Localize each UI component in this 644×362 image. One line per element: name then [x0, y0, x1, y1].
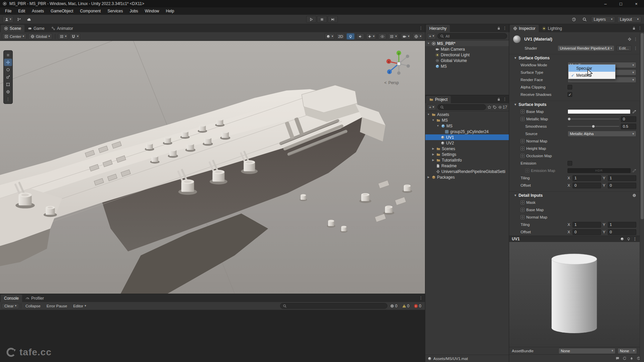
menu-gameobject[interactable]: GameObject — [48, 8, 76, 14]
close-button[interactable]: × — [629, 0, 644, 7]
label-tag-icon[interactable] — [493, 105, 497, 109]
lock-icon[interactable] — [497, 26, 501, 30]
layout-dropdown[interactable]: Layout▾ — [617, 16, 641, 23]
pause-button[interactable] — [317, 16, 327, 23]
move-tool-button[interactable] — [4, 59, 12, 66]
console-clear-dropdown[interactable]: Clear▾ — [2, 303, 19, 309]
project-menu-icon[interactable]: ⋮ — [503, 97, 507, 102]
audio-toggle[interactable] — [356, 33, 364, 40]
project-item-tutorialinfo[interactable]: ▶ TutorialInfo — [425, 157, 509, 163]
receive-shadows-checkbox[interactable]: ✓ — [568, 92, 572, 97]
scene-camera-settings-dropdown[interactable]: ▾ — [401, 33, 411, 40]
tiling-x-field[interactable]: 1 — [573, 175, 601, 181]
menu-assets[interactable]: Assets — [29, 8, 47, 14]
presets-icon[interactable] — [628, 37, 632, 41]
emission-checkbox[interactable] — [568, 161, 572, 166]
hierarchy-item-global-volume[interactable]: Global Volume — [425, 58, 509, 63]
hierarchy-item-main-camera[interactable]: Main Camera — [425, 46, 509, 52]
inspector-header-menu-icon[interactable]: ⋮ — [634, 37, 638, 42]
rotate-tool-button[interactable] — [4, 66, 12, 73]
project-item-assets[interactable]: ▼ Assets — [425, 112, 509, 117]
cloud-button[interactable] — [25, 16, 34, 23]
texture-slot-icon[interactable] — [521, 146, 525, 150]
version-control-button[interactable] — [15, 16, 23, 23]
texture-slot-icon[interactable] — [521, 110, 525, 114]
assetbundle-variant-dropdown[interactable]: None▾ — [618, 348, 637, 354]
project-item-uv1[interactable]: UV1 — [425, 134, 509, 140]
menu-jobs[interactable]: Jobs — [126, 8, 141, 14]
alpha-clipping-checkbox[interactable] — [568, 85, 572, 89]
menu-edit[interactable]: Edit — [15, 8, 28, 14]
grid-snap-dropdown[interactable]: ▾ — [58, 33, 68, 40]
texture-slot-icon[interactable] — [521, 139, 525, 143]
project-item-scenes[interactable]: ▶ Scenes — [425, 146, 509, 152]
console-search-input[interactable] — [280, 303, 387, 309]
tiling-y-field[interactable]: 1 — [608, 175, 636, 181]
texture-slot-icon[interactable] — [521, 200, 525, 204]
scene-panel-menu-icon[interactable]: ⋮ — [419, 26, 423, 31]
scale-tool-button[interactable] — [4, 73, 12, 81]
draw-mode-dropdown[interactable]: ▾ — [325, 33, 335, 40]
surface-inputs-header[interactable]: ▼ Surface Inputs — [509, 101, 640, 108]
play-button[interactable] — [306, 16, 316, 23]
rect-tool-button[interactable] — [4, 81, 12, 88]
scene-viewport[interactable]: ⋮ y x — [0, 41, 425, 294]
scene-lighting-toggle[interactable] — [346, 33, 355, 40]
project-item-uv2[interactable]: UV2 — [425, 140, 509, 146]
account-button[interactable]: ▾ — [3, 16, 13, 23]
menu-component[interactable]: Component — [77, 8, 104, 14]
console-error-count[interactable]: 0 — [412, 304, 423, 308]
console-collapse-toggle[interactable]: Collapse — [23, 303, 43, 309]
hierarchy-item-directional-light[interactable]: Directional Light — [425, 52, 509, 58]
palette-drag-handle[interactable] — [4, 51, 12, 59]
search-button[interactable] — [580, 16, 589, 23]
tab-profiler[interactable]: Profiler — [22, 295, 47, 302]
texture-slot-icon[interactable] — [521, 117, 525, 121]
lock-icon[interactable] — [497, 97, 501, 101]
maximize-button[interactable]: □ — [613, 0, 629, 7]
layers-dropdown[interactable]: Layers▾ — [591, 16, 615, 23]
project-item-readme[interactable]: Readme — [425, 163, 509, 169]
texture-slot-icon[interactable] — [521, 154, 525, 158]
tool-orientation-dropdown[interactable]: Global▾ — [28, 33, 52, 40]
hierarchy-create-button[interactable]: +▾ — [427, 33, 436, 39]
surface-options-header[interactable]: ▼ Surface Options — [509, 54, 640, 61]
minimize-button[interactable]: – — [598, 0, 613, 7]
smoothness-source-dropdown[interactable]: Metallic Alpha▾ — [568, 131, 636, 137]
console-error-pause-toggle[interactable]: Error Pause — [44, 303, 70, 309]
hierarchy-search-input[interactable]: All — [437, 33, 507, 39]
effects-dropdown[interactable]: ▾ — [366, 33, 376, 40]
popup-option-specular[interactable]: Specular — [569, 65, 615, 72]
console-log-area[interactable]: tafe.cc — [0, 310, 425, 362]
step-button[interactable] — [328, 16, 338, 23]
increment-snap-button[interactable]: ▾ — [70, 33, 80, 40]
shader-menu-icon[interactable]: ⋮ — [634, 46, 638, 51]
emission-hdr-color-field[interactable]: HDR — [568, 168, 631, 173]
detail-tiling-x-field[interactable]: 1 — [573, 222, 601, 228]
project-create-button[interactable]: +▾ — [427, 104, 436, 110]
hidden-packages-indicator[interactable]: 17 — [498, 105, 507, 110]
help-icon[interactable] — [632, 193, 636, 197]
smoothness-slider[interactable] — [568, 124, 619, 129]
preview-menu-icon[interactable]: ⋮ — [633, 237, 637, 241]
hierarchy-menu-icon[interactable]: ⋮ — [503, 26, 507, 31]
tab-lighting[interactable]: Lighting — [539, 25, 565, 32]
console-info-count[interactable]: 0 — [388, 304, 399, 308]
menu-file[interactable]: File — [2, 8, 14, 14]
menu-help[interactable]: Help — [163, 8, 177, 14]
project-item-ms-folder[interactable]: ▼ MS — [425, 117, 509, 123]
menu-window[interactable]: Window — [142, 8, 162, 14]
console-editor-dropdown[interactable]: Editor▾ — [70, 303, 89, 309]
undo-history-button[interactable] — [570, 16, 578, 23]
hierarchy-item-scene[interactable]: ▼ MS_PBR* — [425, 41, 509, 46]
metallic-value-field[interactable]: 0 — [621, 116, 636, 122]
transform-tool-button[interactable] — [4, 88, 12, 96]
preview-shape-icon[interactable] — [620, 237, 624, 241]
detail-offset-x-field[interactable]: 0 — [573, 229, 601, 235]
gizmos-dropdown[interactable]: ▾ — [413, 33, 423, 40]
offset-x-field[interactable]: 0 — [573, 183, 601, 188]
project-item-settings[interactable]: ▶ Settings — [425, 152, 509, 157]
tab-project[interactable]: Project — [426, 96, 451, 103]
hidden-objects-toggle[interactable] — [378, 33, 386, 40]
texture-slot-icon[interactable] — [521, 215, 525, 219]
